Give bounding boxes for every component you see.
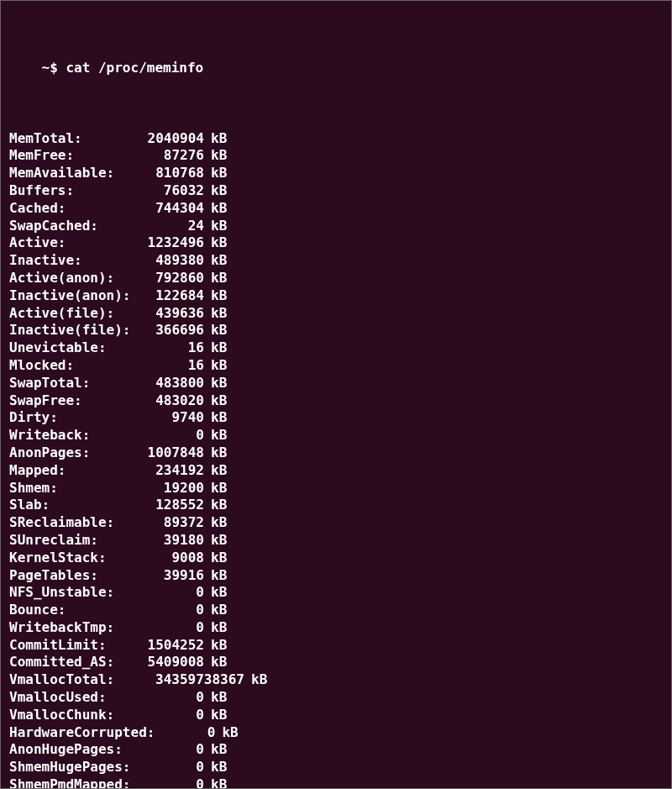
- meminfo-row: Buffers:76032kB: [9, 182, 663, 200]
- meminfo-value: 0: [144, 707, 204, 724]
- meminfo-value: 128552: [144, 497, 204, 514]
- meminfo-row: AnonHugePages:0kB: [9, 741, 663, 759]
- meminfo-value: 34359738367: [144, 671, 244, 689]
- meminfo-label: NFS_Unstable:: [9, 584, 144, 602]
- meminfo-label: PageTables:: [9, 567, 144, 585]
- meminfo-row: AnonPages:1007848kB: [9, 444, 663, 462]
- meminfo-row: Active(anon):792860kB: [9, 270, 663, 287]
- meminfo-label: MemTotal:: [9, 130, 144, 148]
- meminfo-unit: kB: [204, 654, 227, 671]
- meminfo-row: Inactive:489380kB: [9, 252, 663, 270]
- meminfo-unit: kB: [204, 375, 227, 392]
- meminfo-unit: kB: [204, 619, 227, 637]
- meminfo-row: HardwareCorrupted:0kB: [9, 724, 663, 742]
- meminfo-value: 366696: [144, 322, 204, 339]
- meminfo-row: Committed_AS:5409008kB: [9, 654, 663, 671]
- meminfo-unit: kB: [204, 550, 227, 567]
- meminfo-label: Dirty:: [9, 409, 144, 427]
- meminfo-value: 0: [144, 741, 204, 759]
- meminfo-label: Inactive(anon):: [9, 287, 144, 305]
- meminfo-label: VmallocChunk:: [9, 707, 144, 724]
- meminfo-label: MemFree:: [9, 147, 144, 165]
- meminfo-row: VmallocChunk:0kB: [9, 707, 663, 724]
- command-line: ~$ cat /proc/meminfo: [9, 43, 663, 95]
- meminfo-label: Active:: [9, 234, 144, 252]
- shell-prompt: ~$: [42, 60, 58, 76]
- meminfo-value: 16: [144, 357, 204, 375]
- meminfo-value: 122684: [144, 287, 204, 305]
- meminfo-row: KernelStack:9008kB: [9, 550, 663, 567]
- meminfo-row: VmallocUsed:0kB: [9, 689, 663, 707]
- meminfo-row: VmallocTotal:34359738367kB: [9, 671, 663, 689]
- meminfo-label: Inactive(file):: [9, 322, 144, 339]
- meminfo-unit: kB: [204, 776, 227, 789]
- meminfo-label: AnonHugePages:: [9, 741, 144, 759]
- meminfo-value: 810768: [144, 165, 204, 182]
- meminfo-unit: kB: [204, 514, 227, 532]
- meminfo-row: Mapped:234192kB: [9, 462, 663, 480]
- meminfo-row: Slab:128552kB: [9, 497, 663, 514]
- meminfo-label: AnonPages:: [9, 444, 144, 462]
- meminfo-unit: kB: [204, 497, 227, 514]
- meminfo-value: 744304: [144, 200, 204, 218]
- meminfo-unit: kB: [204, 322, 227, 339]
- meminfo-output: MemTotal:2040904kBMemFree:87276kBMemAvai…: [9, 130, 663, 789]
- meminfo-unit: kB: [204, 759, 227, 776]
- meminfo-value: 89372: [144, 514, 204, 532]
- meminfo-row: Shmem:19200kB: [9, 480, 663, 497]
- meminfo-label: ShmemHugePages:: [9, 759, 144, 776]
- meminfo-label: Bounce:: [9, 602, 144, 619]
- meminfo-unit: kB: [204, 392, 227, 410]
- meminfo-value: 39180: [144, 532, 204, 550]
- meminfo-value: 9740: [144, 409, 204, 427]
- meminfo-value: 483020: [144, 392, 204, 410]
- terminal-output[interactable]: ~$ cat /proc/meminfo MemTotal:2040904kBM…: [9, 8, 663, 789]
- meminfo-row: Bounce:0kB: [9, 602, 663, 619]
- meminfo-value: 16: [144, 339, 204, 357]
- meminfo-value: 39916: [144, 567, 204, 585]
- meminfo-value: 2040904: [144, 130, 204, 148]
- meminfo-row: Cached:744304kB: [9, 200, 663, 218]
- meminfo-unit: kB: [204, 234, 227, 252]
- meminfo-value: 0: [144, 759, 204, 776]
- meminfo-label: SReclaimable:: [9, 514, 144, 532]
- meminfo-row: SReclaimable:89372kB: [9, 514, 663, 532]
- meminfo-unit: kB: [204, 218, 227, 235]
- meminfo-row: MemTotal:2040904kB: [9, 130, 663, 148]
- meminfo-label: VmallocUsed:: [9, 689, 144, 707]
- meminfo-value: 24: [144, 218, 204, 235]
- meminfo-row: PageTables:39916kB: [9, 567, 663, 585]
- meminfo-unit: kB: [204, 409, 227, 427]
- meminfo-unit: kB: [204, 480, 227, 497]
- meminfo-row: ShmemPmdMapped:0kB: [9, 776, 663, 789]
- meminfo-unit: kB: [204, 270, 227, 287]
- meminfo-label: Active(file):: [9, 305, 144, 323]
- meminfo-row: Active:1232496kB: [9, 234, 663, 252]
- meminfo-value: 0: [144, 602, 204, 619]
- meminfo-row: MemAvailable:810768kB: [9, 165, 663, 182]
- meminfo-unit: kB: [204, 287, 227, 305]
- meminfo-unit: kB: [204, 165, 227, 182]
- meminfo-value: 0: [144, 427, 204, 444]
- meminfo-label: Unevictable:: [9, 339, 144, 357]
- meminfo-value: 0: [144, 619, 204, 637]
- meminfo-value: 5409008: [144, 654, 204, 671]
- meminfo-unit: kB: [204, 305, 227, 323]
- meminfo-value: 1007848: [144, 444, 204, 462]
- meminfo-label: WritebackTmp:: [9, 619, 144, 637]
- meminfo-value: 234192: [144, 462, 204, 480]
- meminfo-unit: kB: [204, 147, 227, 165]
- meminfo-label: Slab:: [9, 497, 144, 514]
- meminfo-value: 1232496: [144, 234, 204, 252]
- meminfo-row: Inactive(file):366696kB: [9, 322, 663, 339]
- meminfo-value: 0: [144, 689, 204, 707]
- meminfo-unit: kB: [204, 707, 227, 724]
- meminfo-unit: kB: [244, 671, 267, 689]
- meminfo-row: SwapTotal:483800kB: [9, 375, 663, 392]
- meminfo-unit: kB: [204, 130, 227, 148]
- meminfo-unit: kB: [204, 357, 227, 375]
- meminfo-value: 1504252: [144, 637, 204, 655]
- meminfo-unit: kB: [204, 689, 227, 707]
- meminfo-label: Buffers:: [9, 182, 144, 200]
- meminfo-label: KernelStack:: [9, 550, 144, 567]
